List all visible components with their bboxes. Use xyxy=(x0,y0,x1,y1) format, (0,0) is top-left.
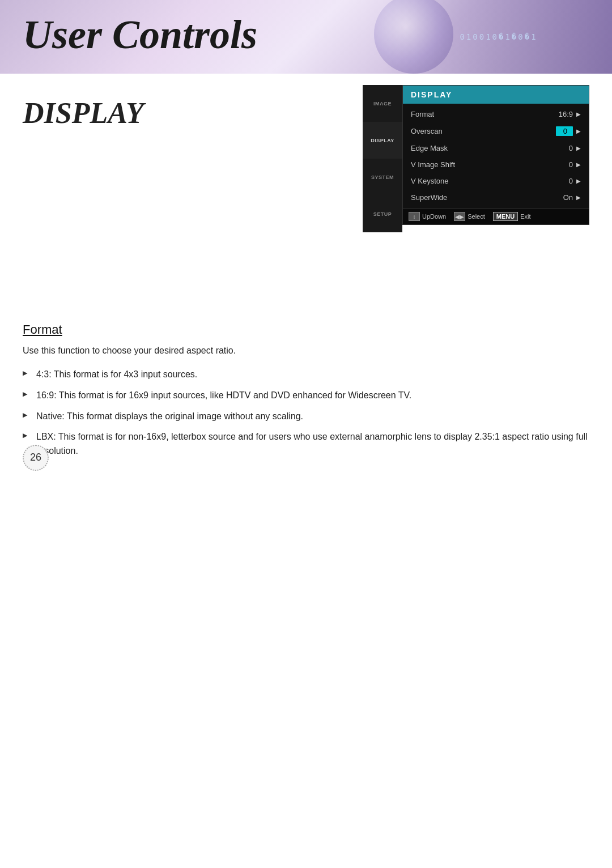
vkeystone-label: V Keystone xyxy=(411,177,556,185)
overscan-arrow: ▶ xyxy=(576,128,581,134)
overscan-value: 0 xyxy=(556,126,573,136)
exit-label: Exit xyxy=(520,213,530,220)
bullet-list: 4:3: This format is for 4x3 input source… xyxy=(23,368,589,458)
page-number: 26 xyxy=(23,445,49,471)
superwide-arrow: ▶ xyxy=(576,194,581,201)
vimageshift-label: V Image Shift xyxy=(411,160,556,169)
vimageshift-value: 0 xyxy=(556,160,573,169)
osd-panel: Display Format 16:9 ▶ Overscan 0 ▶ xyxy=(402,85,589,225)
menu-box[interactable]: MENU xyxy=(493,212,518,221)
edgemask-value: 0 xyxy=(556,144,573,152)
superwide-value: On xyxy=(556,193,573,202)
vkeystone-arrow: ▶ xyxy=(576,178,581,184)
menu-item-format[interactable]: Format 16:9 ▶ xyxy=(403,106,589,122)
osd-header: Display xyxy=(403,86,589,104)
select-icon: ◀▶ xyxy=(454,212,465,221)
list-item: Native: This format displays the origina… xyxy=(23,410,589,424)
bottom-updown: ↕ UpDown xyxy=(409,212,446,221)
osd-sidebar: IMAGE DISPLAY SYSTEM SETUP xyxy=(363,85,402,232)
format-heading-text: Format xyxy=(23,322,62,337)
osd-container: IMAGE DISPLAY SYSTEM SETUP Display Forma… xyxy=(363,85,589,232)
content-section: Format Use this function to choose your … xyxy=(23,322,589,458)
list-item: 4:3: This format is for 4x3 input source… xyxy=(23,368,589,382)
vimageshift-arrow: ▶ xyxy=(576,161,581,168)
menu-item-vimageshift[interactable]: V Image Shift 0 ▶ xyxy=(403,156,589,173)
tab-display[interactable]: DISPLAY xyxy=(363,122,402,159)
format-arrow: ▶ xyxy=(576,111,581,117)
edgemask-arrow: ▶ xyxy=(576,145,581,151)
bottom-menu: MENU Exit xyxy=(493,212,531,221)
header-area: User Controls xyxy=(0,0,612,74)
overscan-label: Overscan xyxy=(411,127,556,135)
updown-label: UpDown xyxy=(422,213,446,220)
menu-item-superwide[interactable]: SuperWide On ▶ xyxy=(403,189,589,206)
bottom-select: ◀▶ Select xyxy=(454,212,485,221)
list-item: LBX: This format is for non-16x9, letter… xyxy=(23,430,589,458)
osd-wrapper: IMAGE DISPLAY SYSTEM SETUP Display Forma… xyxy=(363,85,589,232)
menu-item-overscan[interactable]: Overscan 0 ▶ xyxy=(403,122,589,140)
format-label: Format xyxy=(411,110,556,118)
menu-item-edgemask[interactable]: Edge Mask 0 ▶ xyxy=(403,140,589,156)
osd-bottom-bar: ↕ UpDown ◀▶ Select MENU Exit xyxy=(403,208,589,224)
page-title: User Controls xyxy=(0,0,612,70)
updown-icon: ↕ xyxy=(409,212,420,221)
vkeystone-value: 0 xyxy=(556,177,573,185)
osd-menu-items: Format 16:9 ▶ Overscan 0 ▶ Edge Mask 0 xyxy=(403,104,589,208)
list-item: 16:9: This format is for 16x9 input sour… xyxy=(23,389,589,403)
superwide-label: SuperWide xyxy=(411,193,556,202)
main-content: DISPLAY IMAGE DISPLAY SYSTEM SETUP Displ… xyxy=(0,74,612,488)
format-intro: Use this function to choose your desired… xyxy=(23,344,589,358)
format-heading: Format xyxy=(23,322,589,337)
tab-image[interactable]: IMAGE xyxy=(363,85,402,122)
format-value: 16:9 xyxy=(556,110,573,118)
osd-header-label: Display xyxy=(411,90,452,99)
menu-item-vkeystone[interactable]: V Keystone 0 ▶ xyxy=(403,173,589,189)
tab-setup[interactable]: SETUP xyxy=(363,195,402,232)
edgemask-label: Edge Mask xyxy=(411,144,556,152)
tab-system[interactable]: SYSTEM xyxy=(363,159,402,195)
select-label: Select xyxy=(468,213,485,220)
